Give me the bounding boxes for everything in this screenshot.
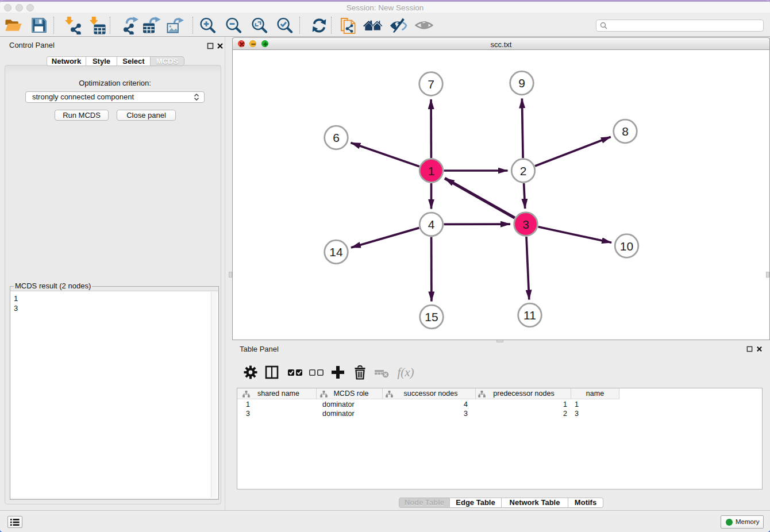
svg-text:14: 14 [329,245,343,259]
svg-text:2: 2 [520,164,527,178]
svg-text:1: 1 [428,164,435,178]
svg-text:15: 15 [425,310,438,323]
svg-text:8: 8 [622,125,629,138]
svg-text:9: 9 [518,76,525,90]
svg-text:6: 6 [333,131,340,144]
svg-text:3: 3 [522,218,529,231]
svg-text:4: 4 [428,218,435,231]
svg-text:7: 7 [428,78,434,91]
svg-text:10: 10 [620,240,633,253]
svg-text:11: 11 [523,309,536,322]
